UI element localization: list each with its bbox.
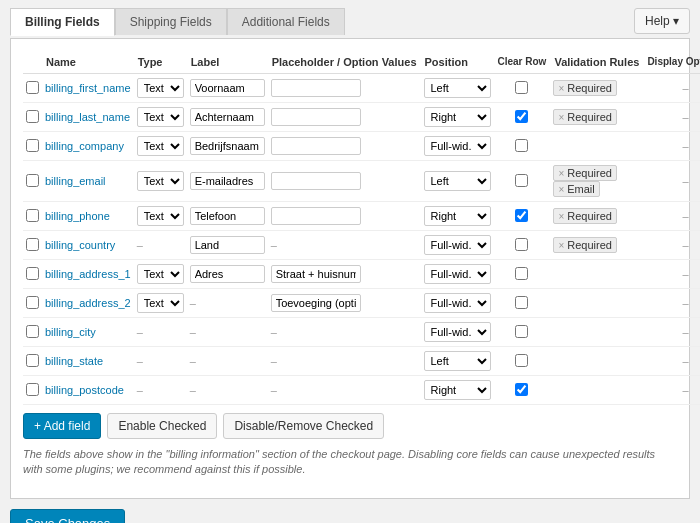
remove-validation-icon[interactable]: ×	[558, 240, 564, 251]
clear-row-checkbox[interactable]	[515, 110, 528, 123]
validation-label: Required	[567, 82, 612, 94]
clear-row-checkbox[interactable]	[515, 238, 528, 251]
type-select[interactable]: Text	[137, 107, 184, 127]
row-checkbox[interactable]	[26, 267, 39, 280]
field-name-link[interactable]: billing_last_name	[45, 111, 130, 123]
clear-row-checkbox[interactable]	[515, 209, 528, 222]
remove-validation-icon[interactable]: ×	[558, 211, 564, 222]
clear-row-checkbox[interactable]	[515, 139, 528, 152]
field-name-link[interactable]: billing_country	[45, 239, 115, 251]
label-input[interactable]	[190, 265, 265, 283]
col-header-position: Position	[421, 51, 494, 74]
table-row: billing_phoneTextLeftRightFull-wid.×Requ…	[23, 202, 700, 231]
position-select[interactable]: LeftRightFull-wid.	[424, 136, 491, 156]
type-select[interactable]: Text	[137, 293, 184, 313]
save-changes-button[interactable]: Save Changes	[10, 509, 125, 523]
field-name-link[interactable]: billing_postcode	[45, 384, 124, 396]
field-name-link[interactable]: billing_first_name	[45, 82, 131, 94]
placeholder-input[interactable]	[271, 265, 361, 283]
label-dash: –	[190, 384, 196, 396]
display-options-dash: –	[682, 140, 688, 152]
row-checkbox[interactable]	[26, 209, 39, 222]
tab-additional[interactable]: Additional Fields	[227, 8, 345, 35]
remove-validation-icon[interactable]: ×	[558, 168, 564, 179]
position-select[interactable]: LeftRightFull-wid.	[424, 351, 491, 371]
label-input[interactable]	[190, 172, 265, 190]
field-name-link[interactable]: billing_email	[45, 175, 106, 187]
label-input[interactable]	[190, 108, 265, 126]
position-select[interactable]: LeftRightFull-wid.	[424, 107, 491, 127]
disable-remove-checked-button[interactable]: Disable/Remove Checked	[223, 413, 384, 439]
type-select[interactable]: Text	[137, 136, 184, 156]
field-name-link[interactable]: billing_company	[45, 140, 124, 152]
enable-checked-button[interactable]: Enable Checked	[107, 413, 217, 439]
tab-bar: Billing Fields Shipping Fields Additiona…	[10, 8, 345, 35]
field-name-link[interactable]: billing_phone	[45, 210, 110, 222]
position-select[interactable]: LeftRightFull-wid.	[424, 206, 491, 226]
placeholder-input[interactable]	[271, 79, 361, 97]
remove-validation-icon[interactable]: ×	[558, 83, 564, 94]
position-select[interactable]: LeftRightFull-wid.	[424, 78, 491, 98]
field-name-link[interactable]: billing_state	[45, 355, 103, 367]
col-header-type: Type	[134, 51, 187, 74]
field-name-link[interactable]: billing_city	[45, 326, 96, 338]
row-checkbox[interactable]	[26, 354, 39, 367]
field-name-link[interactable]: billing_address_2	[45, 297, 131, 309]
label-input[interactable]	[190, 207, 265, 225]
placeholder-input[interactable]	[271, 137, 361, 155]
label-input[interactable]	[190, 137, 265, 155]
validation-tag: ×Required	[553, 109, 616, 125]
row-checkbox[interactable]	[26, 296, 39, 309]
help-button[interactable]: Help ▾	[634, 8, 690, 34]
position-select[interactable]: LeftRightFull-wid.	[424, 293, 491, 313]
row-checkbox[interactable]	[26, 139, 39, 152]
col-header-validation: Validation Rules	[550, 51, 643, 74]
clear-row-checkbox[interactable]	[515, 354, 528, 367]
type-select[interactable]: Text	[137, 78, 184, 98]
clear-row-checkbox[interactable]	[515, 81, 528, 94]
label-dash: –	[190, 355, 196, 367]
type-select[interactable]: Text	[137, 264, 184, 284]
position-select[interactable]: LeftRightFull-wid.	[424, 235, 491, 255]
row-checkbox[interactable]	[26, 325, 39, 338]
row-checkbox[interactable]	[26, 81, 39, 94]
position-select[interactable]: LeftRightFull-wid.	[424, 380, 491, 400]
row-checkbox[interactable]	[26, 238, 39, 251]
validation-tag: ×Required	[553, 80, 616, 96]
type-select[interactable]: Text	[137, 206, 184, 226]
placeholder-input[interactable]	[271, 108, 361, 126]
add-field-button[interactable]: + Add field	[23, 413, 101, 439]
remove-validation-icon[interactable]: ×	[558, 112, 564, 123]
validation-tag: ×Required	[553, 165, 616, 181]
table-row: billing_city–––LeftRightFull-wid.–	[23, 318, 700, 347]
table-row: billing_companyTextLeftRightFull-wid.–	[23, 132, 700, 161]
tab-shipping[interactable]: Shipping Fields	[115, 8, 227, 35]
placeholder-dash: –	[271, 384, 277, 396]
clear-row-checkbox[interactable]	[515, 325, 528, 338]
col-header-label: Label	[187, 51, 268, 74]
type-dash: –	[137, 239, 143, 251]
label-input[interactable]	[190, 236, 265, 254]
clear-row-checkbox[interactable]	[515, 383, 528, 396]
position-select[interactable]: LeftRightFull-wid.	[424, 264, 491, 284]
label-input[interactable]	[190, 79, 265, 97]
row-checkbox[interactable]	[26, 110, 39, 123]
placeholder-input[interactable]	[271, 172, 361, 190]
clear-row-checkbox[interactable]	[515, 267, 528, 280]
position-select[interactable]: LeftRightFull-wid.	[424, 171, 491, 191]
validation-label: Required	[567, 111, 612, 123]
row-checkbox[interactable]	[26, 174, 39, 187]
display-options-dash: –	[682, 111, 688, 123]
tab-billing[interactable]: Billing Fields	[10, 8, 115, 36]
field-name-link[interactable]: billing_address_1	[45, 268, 131, 280]
clear-row-checkbox[interactable]	[515, 296, 528, 309]
row-checkbox[interactable]	[26, 383, 39, 396]
validation-label: Required	[567, 167, 612, 179]
clear-row-checkbox[interactable]	[515, 174, 528, 187]
placeholder-input[interactable]	[271, 294, 361, 312]
remove-validation-icon[interactable]: ×	[558, 184, 564, 195]
footer-note: The fields above show in the "billing in…	[23, 447, 677, 478]
placeholder-input[interactable]	[271, 207, 361, 225]
position-select[interactable]: LeftRightFull-wid.	[424, 322, 491, 342]
type-select[interactable]: Text	[137, 171, 184, 191]
